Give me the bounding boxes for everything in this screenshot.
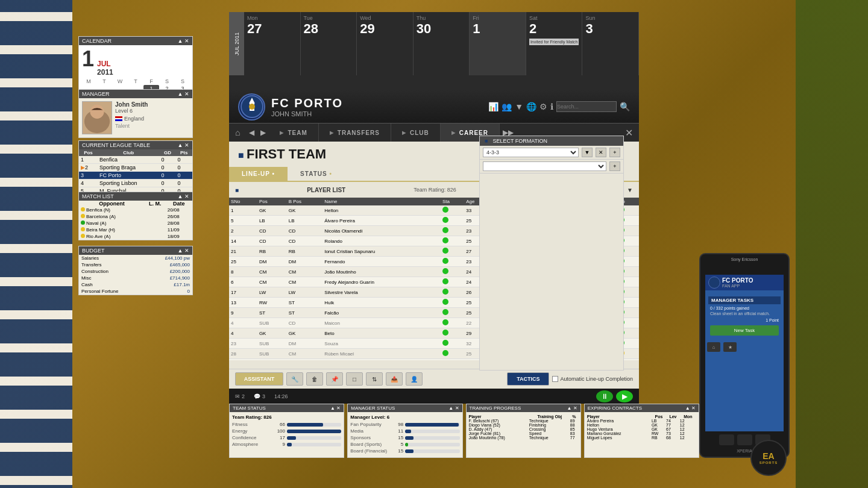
board-financial-row: Board (Financial) 15: [350, 448, 459, 454]
tree-decoration: [796, 0, 868, 488]
week-day-wed: Wed 29: [357, 12, 414, 75]
phone-club-name: FC PORTO: [722, 277, 753, 284]
message-status: 💬 3: [254, 393, 265, 399]
table-row: Miguel LopesRB6812: [587, 436, 696, 440]
formation-dropdown[interactable]: 4-3-3: [483, 148, 579, 157]
table-row: Benfica (N) 20/08: [79, 207, 192, 213]
status-dot: [81, 214, 85, 218]
media-row: Media 11: [350, 428, 459, 434]
table-row: Hugo VenturaGK6712: [587, 427, 696, 431]
time-display: 14:26: [274, 393, 288, 399]
table-row: Mariano GonzálezRW7312: [587, 431, 696, 436]
club-search-input[interactable]: [556, 101, 617, 112]
export-button[interactable]: 📤: [386, 372, 403, 386]
formation-select: 4-3-3 ▼ ✕ +: [480, 146, 623, 160]
phone-screen: FC PORTO FAN APP MANAGER TASKS 0 / 332 p…: [705, 275, 784, 431]
board-sports-row: Board (Sports) 5: [350, 442, 459, 447]
globe-icon[interactable]: 🌐: [526, 102, 536, 111]
tab-lineup[interactable]: LINE-UP: [229, 167, 288, 181]
team-status-panel: TEAM STATUS ▲ ✕ Team Rating: 826 Fitness…: [229, 404, 344, 458]
filter-icon[interactable]: ▼: [515, 102, 523, 111]
manager-widget: MANAGER ▲ ✕ John Smith Level 6 England T…: [78, 89, 193, 138]
manager-status-header: MANAGER STATUS ▲ ✕: [348, 404, 462, 412]
tab-transfers[interactable]: TRANSFERS: [319, 124, 391, 142]
search-icon[interactable]: 🔍: [620, 102, 630, 111]
play-button[interactable]: ▶: [616, 390, 633, 402]
table-row: Diogo Viana (52)Finishing88: [469, 423, 578, 427]
phone-home-icon[interactable]: ⌂: [707, 342, 720, 352]
swap-button[interactable]: ⇅: [366, 372, 383, 386]
table-row: Salaries£44,100 pw: [79, 255, 192, 261]
auto-lineup-checkbox[interactable]: Automatic Line-up Completion: [552, 376, 633, 382]
play-controls: ⏸ ▶: [596, 390, 633, 402]
tab-team[interactable]: TEAM: [269, 124, 318, 142]
info-icon[interactable]: ℹ: [550, 102, 553, 111]
square-button[interactable]: □: [346, 372, 363, 386]
mail-status: ✉ 2: [235, 393, 245, 399]
settings-icon[interactable]: ⚙: [539, 102, 547, 111]
club-crest: [238, 93, 265, 120]
scarf-decoration: [0, 0, 72, 488]
dropdown-arrow[interactable]: ▼: [627, 187, 633, 193]
home-button[interactable]: ⌂: [229, 128, 246, 137]
table-row: Barcelona (A) 26/08: [79, 213, 192, 220]
week-day-sat: Sat 2 Invited for Friendly Match: [526, 12, 583, 75]
calendar-year: 2011: [97, 68, 113, 77]
trash-button[interactable]: 🗑: [306, 372, 323, 386]
formation-btn-4[interactable]: +: [609, 161, 620, 171]
chart-icon[interactable]: 📊: [488, 102, 498, 111]
phone-new-task-button[interactable]: New Task: [710, 325, 779, 336]
status-dot: [81, 207, 85, 211]
tactics-button[interactable]: TACTICS: [507, 372, 549, 386]
board-financial-bar: [405, 449, 414, 453]
checkbox[interactable]: [552, 376, 558, 382]
phone-home-btn[interactable]: [737, 434, 752, 445]
table-row: ▶2Sporting Braga00: [79, 164, 192, 172]
phone-brand-top: Sony Ericsson: [700, 254, 788, 263]
popularity-bar: [405, 423, 458, 427]
training-panel: TRAINING PROGRESS ▲ ✕ PlayerTraining Obj…: [466, 404, 581, 458]
assistant-button[interactable]: ASSISTANT: [235, 372, 283, 386]
fan-popularity-row: Fan Popularity 98: [350, 422, 459, 427]
club-icons: 📊 👥 ▼ 🌐 ⚙ ℹ 🔍: [488, 101, 630, 112]
manager-title: MANAGER: [82, 91, 110, 97]
month-label: JUL 2011: [229, 12, 244, 75]
match-table: OpponentL. M.Date Benfica (N) 20/08 Barc…: [79, 201, 192, 240]
team-status-header: TEAM STATUS ▲ ✕: [230, 404, 344, 412]
bottom-toolbar: ASSISTANT 🔧 🗑 📌 □ ⇅ 📤 👤 TACTICS Automati…: [229, 369, 639, 389]
prev-button[interactable]: ◀: [246, 128, 257, 137]
manager-talent: Talent: [115, 123, 189, 129]
phone-back-btn[interactable]: [719, 434, 734, 445]
next-button[interactable]: ▶: [257, 128, 269, 137]
table-row: Transfers£465,000: [79, 261, 192, 268]
sponsors-row: Sponsors 15: [350, 435, 459, 440]
phone-nav-icons: ⌂ ★: [705, 340, 784, 354]
tab-club[interactable]: CLUB: [391, 124, 441, 142]
formation-btn-3[interactable]: +: [609, 148, 620, 157]
formation-dropdown-2[interactable]: [483, 161, 606, 171]
energy-row: Energy 100: [232, 428, 341, 434]
squad-icon[interactable]: 👥: [502, 102, 512, 111]
training-header: TRAINING PROGRESS ▲ ✕: [467, 404, 580, 412]
expiring-header: EXPIRING CONTRACTS ▲ ✕: [585, 404, 699, 412]
pause-button[interactable]: ⏸: [596, 390, 613, 402]
table-row: Construction£200,000: [79, 268, 192, 275]
tab-status[interactable]: STATUS: [288, 167, 345, 181]
wrench-button[interactable]: 🔧: [286, 372, 303, 386]
table-row: Jorge Fucile (81)Speed83: [469, 431, 578, 436]
formation-btn-1[interactable]: ▼: [582, 148, 593, 157]
calendar-title: CALENDAR: [82, 38, 112, 44]
phone-star-icon[interactable]: ★: [723, 342, 737, 352]
person-button[interactable]: 👤: [406, 372, 423, 386]
budget-widget: BUDGET ▲ ✕ Salaries£44,100 pw Transfers£…: [78, 246, 193, 295]
status-dot: [81, 221, 85, 225]
pin-button[interactable]: 📌: [326, 372, 343, 386]
phone-task-description: Clean sheet in an official match.: [708, 310, 781, 317]
message-count: 3: [262, 393, 265, 399]
calendar-event: Invited for Friendly Match: [529, 39, 579, 45]
manager-status-title: MANAGER STATUS: [351, 405, 395, 411]
club-name: FC PORTO: [271, 96, 343, 110]
table-row: Misc£714,900: [79, 275, 192, 281]
manager-status-panel: MANAGER STATUS ▲ ✕ Manager Level: 6 Fan …: [347, 404, 462, 458]
formation-btn-2[interactable]: ✕: [596, 148, 606, 157]
